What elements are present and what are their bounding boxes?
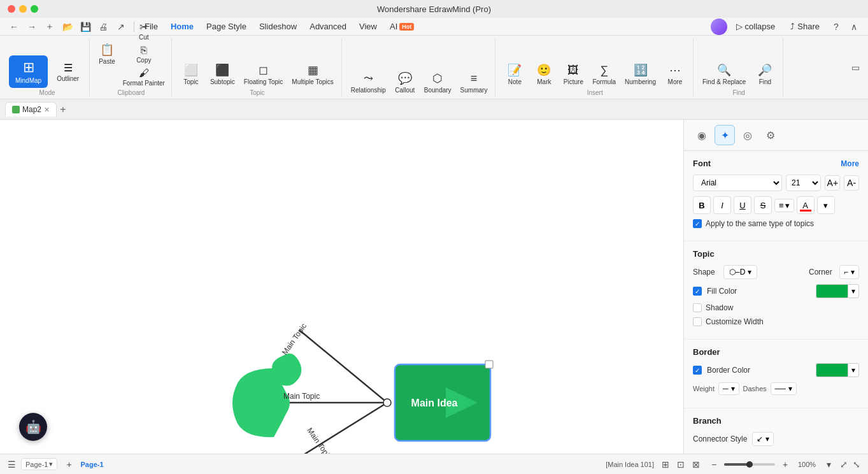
menu-home[interactable]: Home — [166, 20, 199, 33]
publish-button[interactable]: ▷ collapse — [730, 20, 782, 33]
tab-map2[interactable]: Map2 ✕ — [5, 102, 57, 117]
add-page-button[interactable]: + — [62, 458, 75, 471]
cut-button[interactable]: ✂ Cut — [120, 20, 167, 42]
back-button[interactable]: ← — [6, 19, 22, 34]
help-button[interactable]: ? — [829, 19, 844, 34]
shape-row: Shape ⬡–D ▾ Corner ⌐ ▾ — [693, 265, 859, 279]
open-button[interactable]: 📂 — [60, 19, 75, 34]
cut-icon: ✂ — [139, 21, 148, 33]
note-button[interactable]: 📝 Note — [501, 61, 529, 88]
callout-button[interactable]: 💬 Callout — [391, 69, 419, 96]
maximize-button[interactable] — [31, 5, 38, 13]
underline-button[interactable]: U — [734, 196, 751, 214]
find-replace-button[interactable]: 🔍 Find & Replace — [699, 61, 750, 88]
border-color-checkbox[interactable]: ✓ — [693, 366, 702, 375]
panel-tab-style[interactable]: ◉ — [692, 125, 712, 145]
fill-color-row: ✓ Fill Color ▾ — [693, 284, 859, 298]
font-color-button[interactable]: A — [797, 196, 815, 214]
shadow-checkbox[interactable] — [693, 303, 702, 312]
relationship-button[interactable]: ⤳ Relationship — [347, 69, 390, 96]
copy-button[interactable]: ⎘ Copy — [120, 43, 167, 65]
italic-button[interactable]: I — [713, 196, 731, 214]
font-decrease-button[interactable]: A- — [844, 175, 859, 190]
topic-button[interactable]: ⬜ Topic — [177, 61, 205, 88]
dashes-select[interactable]: ── ▾ — [771, 382, 797, 395]
picture-button[interactable]: 🖼 Picture — [559, 61, 587, 88]
add-tab-button[interactable]: + — [57, 103, 69, 116]
more-button[interactable]: ⋯ More — [661, 61, 689, 88]
fit-view-button[interactable]: ⊞ — [659, 458, 672, 471]
ai-tab-icon: ✦ — [721, 129, 729, 141]
boundary-button[interactable]: ⬡ Boundary — [420, 69, 455, 96]
font-color-dropdown[interactable]: ▾ — [817, 196, 835, 214]
zoom-dropdown[interactable]: ▾ — [822, 458, 835, 471]
shape-select[interactable]: ⬡–D ▾ — [723, 265, 757, 279]
collapse-button[interactable]: ∧ — [846, 19, 862, 34]
align-select[interactable]: ≡ ▾ — [774, 199, 794, 212]
panel-tab-location[interactable]: ◎ — [737, 125, 758, 145]
border-color-dropdown[interactable]: ▾ — [848, 363, 859, 377]
font-more-link[interactable]: More — [841, 159, 859, 168]
menu-ai[interactable]: AI Hot — [385, 20, 419, 33]
close-button[interactable] — [8, 5, 15, 13]
expand-panel[interactable]: ▭ — [848, 38, 863, 96]
expand-panel-icon[interactable]: ▭ — [848, 60, 863, 75]
subtopic-button[interactable]: ⬛ Subtopic — [206, 61, 239, 88]
corner-select[interactable]: ⌐ ▾ — [839, 265, 859, 279]
forward-button[interactable]: → — [24, 19, 39, 34]
fit-all-button[interactable]: ⊠ — [690, 458, 702, 471]
weight-select[interactable]: ─ ▾ — [718, 382, 739, 395]
format-painter-button[interactable]: 🖌 Format Painter — [120, 66, 167, 88]
fill-color-swatch[interactable] — [816, 284, 848, 298]
sidebar-toggle[interactable]: ☰ — [8, 459, 16, 470]
panel-tab-ai[interactable]: ✦ — [715, 125, 735, 145]
share-button[interactable]: ⤴ Share — [784, 20, 826, 33]
fill-color-checkbox[interactable]: ✓ — [693, 287, 702, 296]
menu-advanced[interactable]: Advanced — [304, 20, 352, 33]
paste-button[interactable]: 📋 Paste — [95, 38, 119, 70]
fill-color-dropdown[interactable]: ▾ — [848, 284, 859, 298]
summary-button[interactable]: ≡ Summary — [457, 69, 492, 96]
save-button[interactable]: 💾 — [78, 19, 93, 34]
formula-button[interactable]: ∑ Formula — [588, 61, 620, 88]
fullscreen-button[interactable]: ⤢ — [840, 459, 848, 470]
menu-page-style[interactable]: Page Style — [201, 20, 252, 33]
canvas[interactable]: Main Idea Main Topic Main Topic Main Top… — [0, 120, 683, 454]
zoom-out-button[interactable]: − — [708, 458, 720, 471]
apply-same-checkbox[interactable]: ✓ — [693, 219, 702, 228]
robot-avatar[interactable]: 🤖 — [19, 413, 47, 441]
menu-slideshow[interactable]: Slideshow — [254, 20, 302, 33]
zoom-fill — [724, 463, 750, 466]
user-avatar[interactable] — [711, 18, 727, 35]
connector-select[interactable]: ↙ ▾ — [752, 432, 774, 446]
connector-style-row: Connector Style ↙ ▾ — [693, 432, 859, 446]
actual-size-button[interactable]: ⊡ — [674, 458, 687, 471]
mark-button[interactable]: 🙂 Mark — [530, 61, 558, 88]
add-tab-button[interactable]: ＋ — [42, 19, 57, 34]
outliner-button[interactable]: ☰ Outliner — [50, 58, 85, 86]
zoom-slider[interactable] — [724, 463, 775, 466]
find-button[interactable]: 🔎 Find — [751, 61, 779, 88]
minimize-button[interactable] — [19, 5, 27, 13]
menu-view[interactable]: View — [354, 20, 382, 33]
copy-label: Copy — [136, 57, 151, 64]
font-size-select[interactable]: 21 12 14 18 24 — [786, 175, 821, 191]
tab-close-button[interactable]: ✕ — [44, 106, 50, 114]
font-increase-button[interactable]: A+ — [825, 175, 840, 190]
panel-tab-settings[interactable]: ⚙ — [760, 125, 781, 145]
multiple-topics-button[interactable]: ▦ Multiple Topics — [288, 61, 337, 88]
expand-button[interactable]: ⤡ — [853, 459, 860, 470]
font-family-select[interactable]: Arial Times New Roman Helvetica — [693, 175, 782, 191]
outliner-icon: ☰ — [64, 62, 73, 74]
window-controls[interactable] — [8, 5, 38, 13]
zoom-in-button[interactable]: + — [779, 458, 792, 471]
bold-button[interactable]: B — [693, 196, 711, 214]
numbering-button[interactable]: 🔢 Numbering — [621, 61, 660, 88]
mindmap-button[interactable]: ⊞ MindMap — [9, 55, 48, 88]
border-color-swatch[interactable] — [816, 363, 848, 377]
strikethrough-button[interactable]: S — [754, 196, 772, 214]
customize-width-checkbox[interactable] — [693, 317, 702, 326]
page-button[interactable]: Page-1 ▾ — [21, 458, 57, 470]
floating-topic-button[interactable]: ◻ Floating Topic — [240, 61, 287, 88]
font-family-row: Arial Times New Roman Helvetica 21 12 14… — [693, 175, 859, 191]
